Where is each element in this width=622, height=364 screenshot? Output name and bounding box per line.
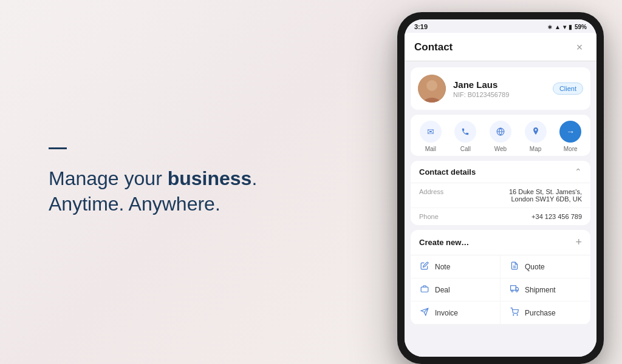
- svg-point-14: [513, 315, 514, 315]
- map-icon: [525, 121, 547, 143]
- client-badge: Client: [553, 83, 583, 95]
- map-label: Map: [530, 146, 541, 152]
- phone-mockup: 3:19 ∗ ▲ ▾ ▮ 59% Contact ×: [397, 12, 604, 364]
- call-action[interactable]: Call: [454, 121, 476, 152]
- quote-label: Quote: [525, 263, 545, 271]
- status-icons: ∗ ▲ ▾ ▮ 59%: [547, 24, 587, 30]
- phone-screen: 3:19 ∗ ▲ ▾ ▮ 59% Contact ×: [405, 19, 596, 357]
- profile-card: Jane Laus NIF: B0123456789 Client: [411, 67, 590, 110]
- mail-action[interactable]: ✉ Mail: [420, 121, 442, 152]
- bluetooth-icon: ∗: [547, 24, 552, 30]
- shipment-icon: [509, 285, 520, 295]
- web-action[interactable]: Web: [490, 121, 511, 152]
- status-bar: 3:19 ∗ ▲ ▾ ▮ 59%: [405, 19, 596, 33]
- signal-icon: ▲: [555, 24, 561, 30]
- profile-nif: NIF: B0123456789: [453, 91, 545, 98]
- wifi-icon: ▾: [563, 24, 566, 30]
- svg-point-15: [517, 315, 518, 315]
- battery-percent: 59%: [575, 24, 587, 30]
- headline-line1: Manage your business.: [49, 167, 257, 189]
- mail-icon: ✉: [420, 121, 442, 143]
- deal-icon: [419, 285, 430, 295]
- mail-label: Mail: [425, 146, 436, 152]
- deal-label: Deal: [435, 286, 450, 294]
- svg-point-10: [511, 290, 513, 292]
- address-label: Address: [419, 188, 456, 195]
- details-title: Contact details: [419, 167, 476, 177]
- avatar: [418, 75, 446, 103]
- chevron-up-icon: ⌃: [575, 167, 582, 177]
- invoice-label: Invoice: [435, 309, 458, 317]
- plus-button[interactable]: +: [575, 236, 582, 249]
- note-label: Note: [435, 263, 450, 271]
- headline-line2: Anytime. Anywhere.: [49, 193, 220, 215]
- svg-marker-9: [516, 288, 518, 291]
- address-row: Address 16 Duke St, St. James's,London S…: [411, 183, 590, 208]
- create-invoice[interactable]: Invoice: [411, 302, 501, 325]
- create-header: Create new… +: [411, 230, 590, 255]
- phone-label: Phone: [419, 213, 456, 220]
- headline-normal: Manage your: [49, 167, 168, 189]
- svg-point-11: [516, 290, 518, 292]
- details-header[interactable]: Contact details ⌃: [411, 161, 590, 183]
- create-shipment[interactable]: Shipment: [501, 278, 590, 302]
- create-title: Create new…: [419, 238, 469, 247]
- headline-end: .: [251, 167, 257, 189]
- call-label: Call: [460, 146, 471, 152]
- accent-line: [49, 147, 67, 149]
- close-button[interactable]: ×: [572, 40, 587, 55]
- create-note[interactable]: Note: [411, 255, 501, 278]
- contact-title: Contact: [414, 41, 453, 53]
- map-action[interactable]: Map: [525, 121, 547, 152]
- quote-icon: [509, 261, 520, 272]
- svg-rect-8: [511, 286, 516, 291]
- profile-info: Jane Laus NIF: B0123456789: [453, 79, 545, 98]
- create-deal[interactable]: Deal: [411, 278, 501, 302]
- more-action[interactable]: → More: [559, 121, 581, 152]
- web-icon: [490, 121, 511, 143]
- create-quote[interactable]: Quote: [501, 255, 590, 278]
- web-label: Web: [494, 146, 507, 152]
- battery-icon: ▮: [569, 24, 572, 30]
- shipment-label: Shipment: [525, 286, 556, 294]
- headline-bold: business: [168, 167, 252, 189]
- note-icon: [419, 261, 430, 272]
- status-time: 3:19: [414, 23, 428, 30]
- create-grid: Note Quote: [411, 255, 590, 325]
- app-content: Contact × Jane Laus NIF: B01234567: [405, 33, 596, 357]
- contact-header: Contact ×: [405, 33, 596, 61]
- call-icon: [454, 121, 476, 143]
- svg-point-1: [426, 80, 437, 91]
- purchase-label: Purchase: [525, 309, 556, 317]
- purchase-icon: [509, 308, 520, 318]
- phone-outer: 3:19 ∗ ▲ ▾ ▮ 59% Contact ×: [397, 12, 604, 364]
- invoice-icon: [419, 308, 430, 318]
- address-value: 16 Duke St, St. James's,London SW1Y 6DB,…: [456, 188, 582, 203]
- phone-row: Phone +34 123 456 789: [411, 208, 590, 225]
- create-purchase[interactable]: Purchase: [501, 302, 590, 325]
- phone-value: +34 123 456 789: [456, 213, 582, 220]
- more-label: More: [564, 146, 578, 152]
- svg-rect-7: [421, 287, 428, 292]
- create-new-section: Create new… + Note: [411, 230, 590, 325]
- action-buttons: ✉ Mail Call: [411, 115, 590, 156]
- more-icon: →: [559, 121, 581, 143]
- profile-name: Jane Laus: [453, 79, 545, 90]
- contact-details-section: Contact details ⌃ Address 16 Duke St, St…: [411, 161, 590, 225]
